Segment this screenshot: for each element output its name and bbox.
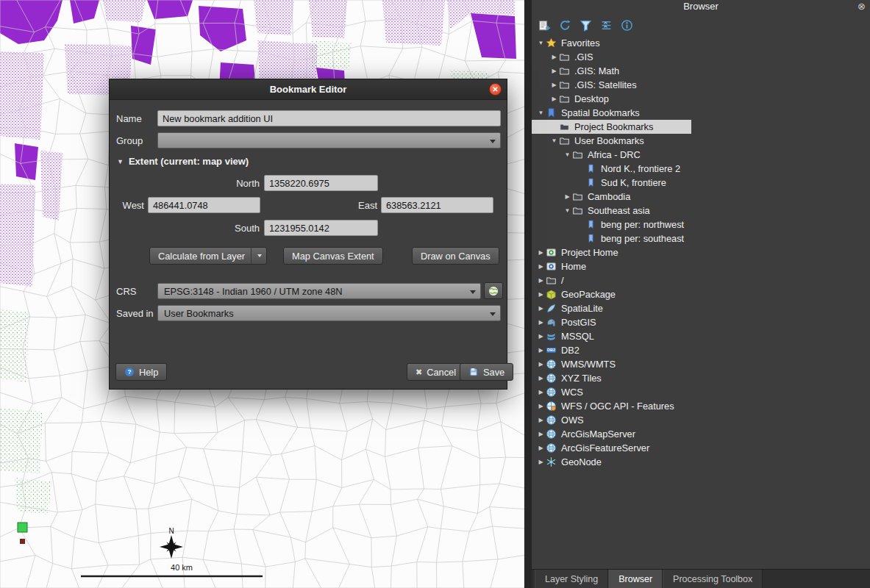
- filter-browser-button[interactable]: [579, 18, 592, 32]
- expander-closed-icon[interactable]: ▶: [536, 347, 546, 354]
- tree-item-nord-k-frontiere-2[interactable]: Nord K., frontiere 2: [532, 162, 688, 176]
- add-selected-layers-button[interactable]: [538, 18, 551, 32]
- tree-item-favorites[interactable]: ▼Favorites: [532, 36, 607, 50]
- refresh-button[interactable]: [558, 18, 571, 32]
- crs-picker-button[interactable]: [484, 282, 503, 299]
- east-label: East: [352, 200, 377, 211]
- expander-open-icon[interactable]: ▼: [563, 207, 572, 214]
- expander-closed-icon[interactable]: ▶: [536, 445, 546, 451]
- expander-closed-icon[interactable]: ▶: [549, 54, 559, 60]
- expander-closed-icon[interactable]: ▶: [536, 431, 546, 437]
- expander-closed-icon[interactable]: ▶: [549, 68, 559, 74]
- expander-open-icon[interactable]: ▼: [536, 40, 546, 46]
- globe-icon: [546, 373, 559, 384]
- crs-combobox[interactable]: EPSG:3148 - Indian 1960 / UTM zone 48N: [157, 283, 481, 299]
- save-button[interactable]: Save: [460, 363, 513, 381]
- tree-item-xyz-tiles[interactable]: ▶XYZ Tiles: [532, 371, 609, 385]
- tree-item-spatial-bookmarks[interactable]: ▼Spatial Bookmarks: [532, 106, 647, 120]
- tree-item-gis-math[interactable]: ▶.GIS: Math: [532, 64, 627, 78]
- expander-closed-icon[interactable]: ▶: [536, 319, 546, 326]
- tree-item-africa-drc[interactable]: ▼Africa - DRC: [532, 148, 648, 162]
- expander-closed-icon[interactable]: ▶: [536, 333, 546, 340]
- draw-on-canvas-button[interactable]: Draw on Canvas: [412, 247, 499, 265]
- tab-browser[interactable]: Browser: [608, 570, 663, 588]
- tree-item-desktop[interactable]: ▶Desktop: [532, 92, 616, 106]
- tree-item-arcgisfeatureserver[interactable]: ▶ArcGisFeatureServer: [532, 441, 657, 455]
- expander-open-icon[interactable]: ▼: [536, 110, 546, 116]
- properties-widget-button[interactable]: [620, 18, 633, 32]
- dialog-close-button[interactable]: ✕: [489, 83, 502, 96]
- expander-closed-icon[interactable]: ▶: [536, 389, 546, 395]
- tree-item-home[interactable]: ▶Home: [532, 259, 593, 273]
- expander-open-icon[interactable]: ▼: [549, 137, 559, 144]
- tree-item-postgis[interactable]: ▶PostGIS: [532, 315, 604, 329]
- chevron-down-icon[interactable]: [251, 248, 262, 264]
- collapse-all-button[interactable]: [599, 18, 613, 32]
- tree-item-label: Project Home: [559, 247, 618, 258]
- tree-item-label: GeoNode: [559, 456, 602, 467]
- expander-closed-icon[interactable]: ▶: [536, 305, 546, 312]
- tree-item-root[interactable]: ▶/: [532, 273, 571, 287]
- tree-item-gis-satellites[interactable]: ▶.GIS: Satellites: [532, 78, 644, 92]
- expander-closed-icon[interactable]: ▶: [549, 96, 559, 102]
- help-button[interactable]: ? Help: [115, 363, 167, 381]
- globe-icon: [546, 415, 559, 426]
- tree-item-mssql[interactable]: ▶MSSQL: [532, 329, 602, 343]
- tree-item-cambodia[interactable]: ▶Cambodia: [532, 190, 638, 204]
- panel-close-icon[interactable]: ⊗: [857, 0, 866, 13]
- dialog-titlebar[interactable]: Bookmark Editor ✕: [110, 79, 507, 100]
- expander-closed-icon[interactable]: ▶: [536, 417, 546, 423]
- tree-item-wms-wmts[interactable]: ▶WMS/WMTS: [532, 357, 623, 371]
- expander-closed-icon[interactable]: ▶: [536, 249, 546, 256]
- tree-item-project-bookmarks[interactable]: Project Bookmarks: [532, 120, 691, 134]
- tree-item-geonode[interactable]: ▶GeoNode: [532, 455, 609, 469]
- expander-closed-icon[interactable]: ▶: [536, 361, 546, 368]
- tree-item-beng-per-northwest[interactable]: beng per: northwest: [532, 218, 691, 232]
- tree-item-geopackage[interactable]: ▶GeoPackage: [532, 287, 623, 301]
- north-input[interactable]: [264, 175, 378, 191]
- tree-item-spatialite[interactable]: ▶SpatiaLite: [532, 301, 610, 315]
- expander-closed-icon[interactable]: ▶: [536, 263, 546, 270]
- expander-closed-icon[interactable]: ▶: [536, 277, 546, 284]
- tree-item-project-home[interactable]: ▶Project Home: [532, 245, 626, 259]
- expander-closed-icon[interactable]: ▶: [536, 291, 546, 298]
- tree-item-label: Favorites: [559, 37, 600, 49]
- tree-item-wcs[interactable]: ▶WCS: [532, 385, 591, 399]
- extent-section-header[interactable]: ▼ Extent (current: map view): [117, 156, 249, 167]
- map-canvas-extent-button[interactable]: Map Canvas Extent: [283, 247, 383, 265]
- tree-item-gis[interactable]: ▶.GIS: [532, 50, 601, 64]
- tree-item-arcgismapserver[interactable]: ▶ArcGisMapServer: [532, 427, 643, 441]
- tab-processing-toolbox[interactable]: Processing Toolbox: [663, 570, 763, 588]
- expander-closed-icon[interactable]: ▶: [549, 82, 559, 88]
- name-input[interactable]: [157, 110, 501, 126]
- west-input[interactable]: [148, 197, 260, 213]
- expander-open-icon[interactable]: ▼: [563, 151, 572, 158]
- tree-item-beng-per-southeast[interactable]: beng per: southeast: [532, 232, 691, 245]
- tree-item-label: Desktop: [572, 93, 609, 104]
- tree-item-sud-k-frontiere[interactable]: Sud K, frontiere: [532, 176, 674, 190]
- tree-item-label: beng per: southeast: [599, 233, 684, 244]
- south-label: South: [216, 223, 260, 234]
- tree-item-label: Project Bookmarks: [572, 121, 653, 132]
- group-combobox[interactable]: [157, 132, 501, 148]
- cancel-x-icon: ✖: [416, 368, 422, 376]
- red-feature-marker: [20, 539, 25, 544]
- properties-widget-icon: [621, 19, 633, 32]
- cancel-button[interactable]: ✖ Cancel: [407, 363, 465, 381]
- tree-item-wfs-ogc-api-features[interactable]: ▶WFS / OGC API - Features: [532, 399, 682, 413]
- expander-closed-icon[interactable]: ▶: [563, 193, 572, 200]
- panel-splitter[interactable]: [524, 0, 532, 588]
- tree-item-user-bookmarks[interactable]: ▼User Bookmarks: [532, 134, 652, 148]
- tree-item-db2[interactable]: ▶DB2DB2: [532, 343, 587, 357]
- expander-closed-icon[interactable]: ▶: [536, 375, 546, 381]
- crs-globe-icon: [488, 285, 499, 297]
- tree-item-ows[interactable]: ▶OWS: [532, 413, 591, 427]
- south-input[interactable]: [264, 220, 378, 236]
- east-input[interactable]: [381, 197, 493, 213]
- calculate-from-layer-button[interactable]: Calculate from Layer: [149, 247, 267, 265]
- tab-layer-styling[interactable]: Layer Styling: [535, 570, 608, 588]
- expander-closed-icon[interactable]: ▶: [536, 403, 546, 409]
- saved-in-combobox[interactable]: User Bookmarks: [157, 305, 501, 321]
- expander-closed-icon[interactable]: ▶: [536, 459, 546, 465]
- tree-item-southeast-asia[interactable]: ▼Southeast asia: [532, 204, 657, 218]
